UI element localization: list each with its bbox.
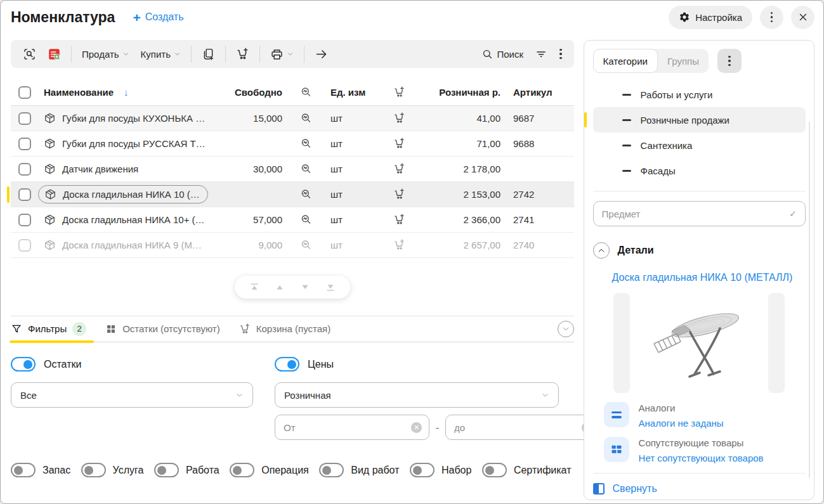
move-button[interactable] [309,42,334,65]
row-stock-button[interactable] [290,138,322,150]
collapse-sidebar-button[interactable]: Свернуть [593,473,806,494]
column-header-retail[interactable]: Розничная р. [419,87,512,98]
toolbar-divider [191,46,192,63]
toggle-service[interactable] [81,463,106,477]
table-row[interactable]: Датчик движения 30,000 шт 2 178,00 [11,157,574,182]
row-cart-button[interactable] [379,188,419,200]
price-from-input[interactable] [282,422,411,434]
select-all-checkbox[interactable] [18,86,31,99]
filter-list-button[interactable] [529,42,554,65]
product-photo[interactable] [637,293,761,393]
go-down-button[interactable] [299,281,311,293]
related-link[interactable]: Нет сопутствующих товаров [639,453,764,463]
package-icon [44,214,56,226]
subject-field[interactable]: Предмет ✓ [593,201,806,226]
column-header-name[interactable]: Наименование ↓ [39,87,220,98]
row-stock-button[interactable] [290,239,322,251]
table-row[interactable]: Губки для посуды РУССКАЯ Т… шт 71,00 968… [11,131,574,157]
stock-filter-select[interactable]: Все [11,382,253,408]
toggle-certificate[interactable] [482,463,507,477]
go-last-button[interactable] [325,281,336,293]
table-row-selected[interactable]: Доска гладильная НИКА 10 (… шт 2 153,00 … [11,182,574,207]
price-type-select[interactable]: Розничная [275,382,559,408]
details-collapse-button[interactable] [593,242,610,259]
sell-label: Продать [82,49,119,60]
tab-groups[interactable]: Группы [658,49,709,73]
table-row[interactable]: Доска гладильная НИКА 9 (М… 9,000 шт 2 6… [11,233,574,258]
add-to-cart-button[interactable] [230,42,255,65]
toggle-stock-item[interactable] [11,463,36,477]
scan-search-button[interactable] [17,42,42,65]
search-button[interactable]: Поиск [476,42,529,65]
stock-search-icon [300,214,312,226]
create-button[interactable]: + Создать [133,11,183,24]
category-item[interactable]: Работы и услуги [593,82,806,107]
analogs-link[interactable]: Аналоги не заданы [639,418,724,429]
copy-add-button[interactable] [196,42,221,65]
close-button[interactable] [791,6,814,29]
row-cart-button[interactable] [379,138,419,150]
tab-cart[interactable]: Корзина (пустая) [239,316,330,341]
add-document-button[interactable] [42,42,67,65]
toggle-work[interactable] [154,463,179,477]
table-row[interactable]: Доска гладильная НИКА 10+ (… 57,000 шт 2… [11,207,574,233]
print-dropdown[interactable] [265,42,299,65]
go-up-button[interactable] [274,281,285,293]
panel-scrollbar[interactable] [809,122,810,478]
panel-kebab-button[interactable] [717,49,742,73]
row-stock-button[interactable] [290,214,322,226]
column-header-sku[interactable]: Артикул [512,87,574,98]
sell-dropdown[interactable]: Продать [76,42,135,65]
category-item-selected[interactable]: Розничные продажи [593,107,806,132]
cart-add-icon [236,48,249,61]
toggle-set[interactable] [410,463,435,477]
collapse-panel-button[interactable] [558,321,574,337]
row-stock-button[interactable] [290,112,322,124]
toggle-operation[interactable] [230,463,254,477]
row-stock-button[interactable] [290,163,322,175]
kebab-icon [728,56,731,67]
toolbar-kebab-button[interactable] [554,42,568,65]
row-checkbox[interactable] [18,239,31,252]
stock-search-icon [300,188,312,200]
category-item[interactable]: Сантехника [593,132,806,158]
row-checkbox[interactable] [18,138,31,150]
row-checkbox[interactable] [18,112,31,125]
column-header-free[interactable]: Свободно [220,87,290,98]
row-cart-button[interactable] [379,112,419,124]
table-header: Наименование ↓ Свободно Ед. изм Рознична… [11,79,574,106]
table-row[interactable]: Губки для посуды КУХОНЬКА … 15,000 шт 41… [11,106,574,131]
cart-add-icon [393,239,405,251]
buy-dropdown[interactable]: Купить [135,42,186,65]
analogs-label: Аналоги [639,403,724,413]
carousel-next-area[interactable] [768,293,785,393]
column-header-stock-icon[interactable] [290,86,322,98]
product-link[interactable]: Доска гладильная НИКА 10 (МЕТАЛЛ) [593,272,806,283]
price-toggle[interactable] [275,357,299,372]
row-cart-button[interactable] [379,214,419,226]
column-header-unit[interactable]: Ед. изм [322,87,379,98]
row-checkbox[interactable] [18,163,31,176]
price-from-field[interactable]: ✕ [275,415,429,440]
column-header-cart-icon[interactable] [379,86,419,98]
go-first-button[interactable] [249,281,260,293]
row-stock-button[interactable] [290,188,322,200]
clear-icon[interactable]: ✕ [411,422,422,433]
row-checkbox[interactable] [18,214,31,226]
price-to-input[interactable] [453,422,582,434]
tab-categories[interactable]: Категории [593,49,658,73]
tab-filters[interactable]: Фильтры 2 [11,316,86,341]
category-item[interactable]: Фасады [593,158,806,183]
row-cart-button[interactable] [379,163,419,175]
row-checkbox[interactable] [18,188,31,201]
product-name: Губки для посуды РУССКАЯ Т… [62,138,206,149]
carousel-prev-area[interactable] [613,293,630,393]
tab-stock[interactable]: Остатки (отсутствуют) [105,316,220,341]
toggle-work-type[interactable] [319,463,344,477]
stock-toggle[interactable] [11,357,36,372]
header-kebab-button[interactable] [760,6,783,29]
focused-name-cell[interactable]: Доска гладильная НИКА 10 (… [38,185,208,204]
row-cart-button[interactable] [379,239,419,251]
settings-button[interactable]: Настройка [669,6,752,29]
price-to-field[interactable]: ✕ [445,415,600,440]
